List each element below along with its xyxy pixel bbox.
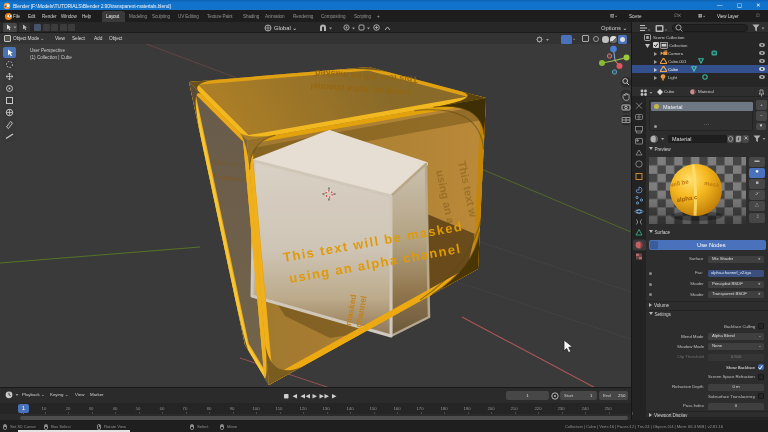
svg-text:User Perspective: User Perspective bbox=[30, 48, 65, 53]
svg-text:(1) Collection | Cube: (1) Collection | Cube bbox=[30, 55, 72, 60]
